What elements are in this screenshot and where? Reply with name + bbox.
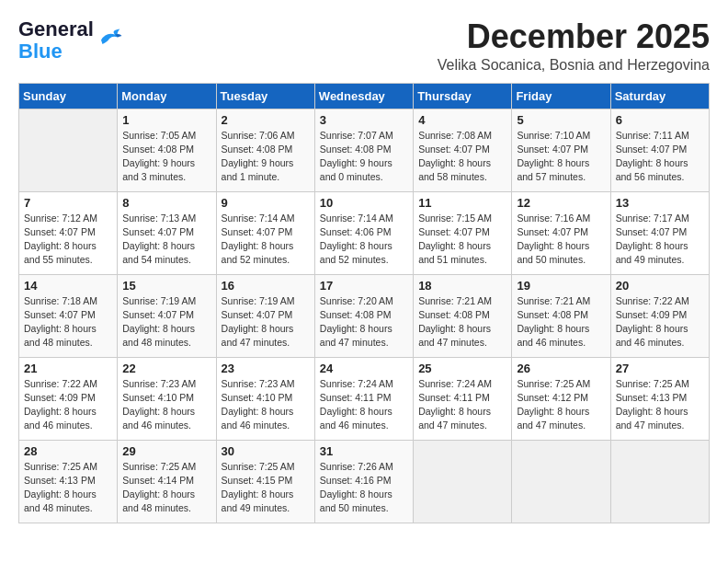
- day-number: 22: [122, 362, 210, 375]
- day-number: 3: [320, 113, 408, 127]
- calendar-body: 1Sunrise: 7:05 AMSunset: 4:08 PMDaylight…: [19, 109, 710, 523]
- calendar-cell-w4-d1: 21Sunrise: 7:22 AMSunset: 4:09 PMDayligh…: [19, 357, 118, 440]
- calendar-cell-w4-d6: 26Sunrise: 7:25 AMSunset: 4:12 PMDayligh…: [512, 357, 610, 440]
- calendar-week-2: 7Sunrise: 7:12 AMSunset: 4:07 PMDaylight…: [19, 191, 710, 274]
- day-number: 19: [517, 279, 605, 293]
- day-info: Sunrise: 7:07 AMSunset: 4:08 PMDaylight:…: [320, 129, 408, 185]
- logo: GeneralBlue: [18, 18, 123, 63]
- day-info: Sunrise: 7:12 AMSunset: 4:07 PMDaylight:…: [24, 212, 112, 268]
- calendar-cell-w2-d7: 13Sunrise: 7:17 AMSunset: 4:07 PMDayligh…: [610, 191, 709, 274]
- header-wednesday: Wednesday: [314, 83, 413, 109]
- day-info: Sunrise: 7:21 AMSunset: 4:08 PMDaylight:…: [517, 294, 605, 350]
- calendar-week-4: 21Sunrise: 7:22 AMSunset: 4:09 PMDayligh…: [19, 357, 710, 440]
- day-info: Sunrise: 7:14 AMSunset: 4:06 PMDaylight:…: [320, 212, 408, 268]
- calendar-cell-w5-d4: 31Sunrise: 7:26 AMSunset: 4:16 PMDayligh…: [314, 440, 413, 523]
- day-info: Sunrise: 7:15 AMSunset: 4:07 PMDaylight:…: [418, 212, 506, 268]
- calendar-cell-w1-d2: 1Sunrise: 7:05 AMSunset: 4:08 PMDaylight…: [118, 109, 216, 191]
- day-number: 26: [517, 362, 605, 375]
- calendar-cell-w5-d2: 29Sunrise: 7:25 AMSunset: 4:14 PMDayligh…: [118, 440, 216, 523]
- day-number: 5: [517, 113, 605, 127]
- calendar-cell-w5-d3: 30Sunrise: 7:25 AMSunset: 4:15 PMDayligh…: [216, 440, 314, 523]
- calendar-cell-w2-d1: 7Sunrise: 7:12 AMSunset: 4:07 PMDaylight…: [19, 191, 118, 274]
- day-number: 10: [320, 196, 408, 210]
- day-info: Sunrise: 7:14 AMSunset: 4:07 PMDaylight:…: [222, 212, 310, 268]
- calendar-cell-w3-d5: 18Sunrise: 7:21 AMSunset: 4:08 PMDayligh…: [414, 274, 512, 357]
- day-info: Sunrise: 7:25 AMSunset: 4:14 PMDaylight:…: [122, 460, 210, 516]
- day-info: Sunrise: 7:25 AMSunset: 4:12 PMDaylight:…: [517, 377, 605, 433]
- day-info: Sunrise: 7:08 AMSunset: 4:07 PMDaylight:…: [418, 129, 506, 185]
- day-info: Sunrise: 7:25 AMSunset: 4:13 PMDaylight:…: [616, 377, 704, 433]
- calendar-cell-w4-d3: 23Sunrise: 7:23 AMSunset: 4:10 PMDayligh…: [216, 357, 314, 440]
- calendar-cell-w4-d5: 25Sunrise: 7:24 AMSunset: 4:11 PMDayligh…: [414, 357, 512, 440]
- calendar-cell-w2-d6: 12Sunrise: 7:16 AMSunset: 4:07 PMDayligh…: [512, 191, 610, 274]
- month-title: December 2025: [438, 18, 710, 55]
- calendar-cell-w1-d7: 6Sunrise: 7:11 AMSunset: 4:07 PMDaylight…: [610, 109, 709, 191]
- calendar-table: Sunday Monday Tuesday Wednesday Thursday…: [18, 83, 710, 523]
- day-info: Sunrise: 7:24 AMSunset: 4:11 PMDaylight:…: [320, 377, 408, 433]
- calendar-week-5: 28Sunrise: 7:25 AMSunset: 4:13 PMDayligh…: [19, 440, 710, 523]
- header-tuesday: Tuesday: [216, 83, 314, 109]
- day-number: 17: [320, 279, 408, 293]
- day-number: 20: [616, 279, 704, 293]
- calendar-week-1: 1Sunrise: 7:05 AMSunset: 4:08 PMDaylight…: [19, 109, 710, 191]
- day-number: 9: [222, 196, 310, 210]
- header-monday: Monday: [118, 83, 216, 109]
- day-number: 30: [222, 444, 310, 458]
- calendar-cell-w1-d3: 2Sunrise: 7:06 AMSunset: 4:08 PMDaylight…: [216, 109, 314, 191]
- day-info: Sunrise: 7:10 AMSunset: 4:07 PMDaylight:…: [517, 129, 605, 185]
- day-number: 29: [122, 444, 210, 458]
- day-number: 27: [616, 362, 704, 375]
- day-number: 16: [222, 279, 310, 293]
- calendar-cell-w4-d4: 24Sunrise: 7:24 AMSunset: 4:11 PMDayligh…: [314, 357, 413, 440]
- calendar-cell-w4-d7: 27Sunrise: 7:25 AMSunset: 4:13 PMDayligh…: [610, 357, 709, 440]
- day-info: Sunrise: 7:16 AMSunset: 4:07 PMDaylight:…: [517, 212, 605, 268]
- day-info: Sunrise: 7:21 AMSunset: 4:08 PMDaylight:…: [418, 294, 506, 350]
- day-info: Sunrise: 7:13 AMSunset: 4:07 PMDaylight:…: [122, 212, 210, 268]
- calendar-cell-w1-d5: 4Sunrise: 7:08 AMSunset: 4:07 PMDaylight…: [414, 109, 512, 191]
- calendar-cell-w2-d5: 11Sunrise: 7:15 AMSunset: 4:07 PMDayligh…: [414, 191, 512, 274]
- day-number: 24: [320, 362, 408, 375]
- day-info: Sunrise: 7:05 AMSunset: 4:08 PMDaylight:…: [122, 129, 210, 185]
- day-info: Sunrise: 7:20 AMSunset: 4:08 PMDaylight:…: [320, 294, 408, 350]
- day-info: Sunrise: 7:25 AMSunset: 4:13 PMDaylight:…: [24, 460, 112, 516]
- day-info: Sunrise: 7:23 AMSunset: 4:10 PMDaylight:…: [122, 377, 210, 433]
- header-saturday: Saturday: [610, 83, 709, 109]
- calendar-cell-w1-d1: [19, 109, 118, 191]
- day-number: 21: [24, 362, 112, 375]
- logo-text: GeneralBlue: [18, 18, 94, 63]
- day-number: 31: [320, 444, 408, 458]
- day-info: Sunrise: 7:23 AMSunset: 4:10 PMDaylight:…: [222, 377, 310, 433]
- calendar-cell-w3-d1: 14Sunrise: 7:18 AMSunset: 4:07 PMDayligh…: [19, 274, 118, 357]
- calendar-cell-w3-d2: 15Sunrise: 7:19 AMSunset: 4:07 PMDayligh…: [118, 274, 216, 357]
- day-number: 4: [418, 113, 506, 127]
- calendar-header-row: Sunday Monday Tuesday Wednesday Thursday…: [19, 83, 710, 109]
- calendar-cell-w3-d3: 16Sunrise: 7:19 AMSunset: 4:07 PMDayligh…: [216, 274, 314, 357]
- calendar-cell-w2-d2: 8Sunrise: 7:13 AMSunset: 4:07 PMDaylight…: [118, 191, 216, 274]
- day-number: 8: [122, 196, 210, 210]
- header-sunday: Sunday: [19, 83, 118, 109]
- calendar-cell-w5-d6: [512, 440, 610, 523]
- day-info: Sunrise: 7:18 AMSunset: 4:07 PMDaylight:…: [24, 294, 112, 350]
- day-info: Sunrise: 7:17 AMSunset: 4:07 PMDaylight:…: [616, 212, 704, 268]
- day-number: 7: [24, 196, 112, 210]
- day-number: 23: [222, 362, 310, 375]
- day-number: 28: [24, 444, 112, 458]
- calendar-cell-w5-d7: [610, 440, 709, 523]
- page-header: GeneralBlue December 2025 Velika Socanic…: [18, 18, 710, 74]
- day-number: 13: [616, 196, 704, 210]
- calendar-cell-w1-d4: 3Sunrise: 7:07 AMSunset: 4:08 PMDaylight…: [314, 109, 413, 191]
- day-number: 2: [222, 113, 310, 127]
- calendar-cell-w3-d6: 19Sunrise: 7:21 AMSunset: 4:08 PMDayligh…: [512, 274, 610, 357]
- calendar-cell-w3-d4: 17Sunrise: 7:20 AMSunset: 4:08 PMDayligh…: [314, 274, 413, 357]
- calendar-cell-w5-d1: 28Sunrise: 7:25 AMSunset: 4:13 PMDayligh…: [19, 440, 118, 523]
- header-friday: Friday: [512, 83, 610, 109]
- calendar-cell-w4-d2: 22Sunrise: 7:23 AMSunset: 4:10 PMDayligh…: [118, 357, 216, 440]
- title-section: December 2025 Velika Socanica, Bosnia an…: [438, 18, 710, 74]
- calendar-cell-w1-d6: 5Sunrise: 7:10 AMSunset: 4:07 PMDaylight…: [512, 109, 610, 191]
- day-number: 18: [418, 279, 506, 293]
- location-title: Velika Socanica, Bosnia and Herzegovina: [438, 57, 710, 74]
- day-info: Sunrise: 7:22 AMSunset: 4:09 PMDaylight:…: [616, 294, 704, 350]
- logo-bird-icon: [96, 25, 123, 52]
- day-number: 6: [616, 113, 704, 127]
- day-info: Sunrise: 7:26 AMSunset: 4:16 PMDaylight:…: [320, 460, 408, 516]
